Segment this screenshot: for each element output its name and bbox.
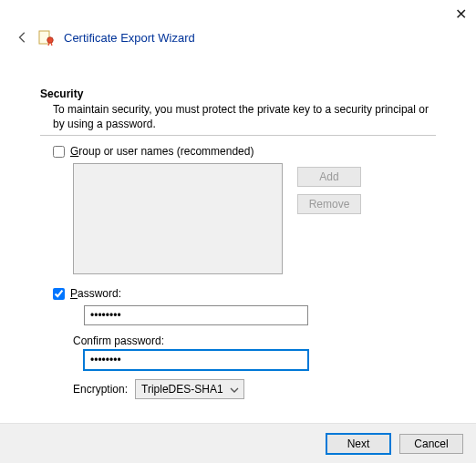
confirm-password-label: Confirm password: — [73, 334, 436, 347]
svg-point-1 — [47, 37, 53, 43]
password-field[interactable] — [84, 305, 308, 325]
certificate-icon — [38, 29, 55, 46]
wizard-title: Certificate Export Wizard — [64, 31, 195, 45]
chevron-down-icon — [230, 385, 239, 394]
divider — [40, 135, 436, 136]
group-names-checkbox-input[interactable] — [53, 146, 65, 158]
encryption-value: TripleDES-SHA1 — [141, 383, 223, 396]
close-icon[interactable]: ✕ — [455, 5, 467, 23]
next-button[interactable]: Next — [326, 434, 390, 454]
section-heading: Security — [40, 87, 436, 100]
group-names-checkbox[interactable]: Group or user names (recommended) — [53, 145, 436, 158]
add-button: Add — [297, 167, 361, 187]
group-names-label: Group or user names (recommended) — [70, 145, 254, 158]
password-checkbox-input[interactable] — [53, 288, 65, 300]
encryption-select[interactable]: TripleDES-SHA1 — [135, 379, 244, 399]
confirm-password-field[interactable] — [84, 350, 308, 370]
encryption-label: Encryption: — [73, 383, 128, 396]
wizard-footer: Next Cancel — [0, 423, 476, 463]
back-arrow-icon[interactable] — [16, 31, 29, 44]
remove-button: Remove — [297, 194, 361, 214]
password-label: Password: — [70, 287, 121, 300]
section-description: To maintain security, you must protect t… — [53, 102, 436, 131]
cancel-button[interactable]: Cancel — [399, 434, 463, 454]
password-checkbox[interactable]: Password: — [53, 287, 436, 300]
group-names-listbox — [73, 163, 283, 274]
